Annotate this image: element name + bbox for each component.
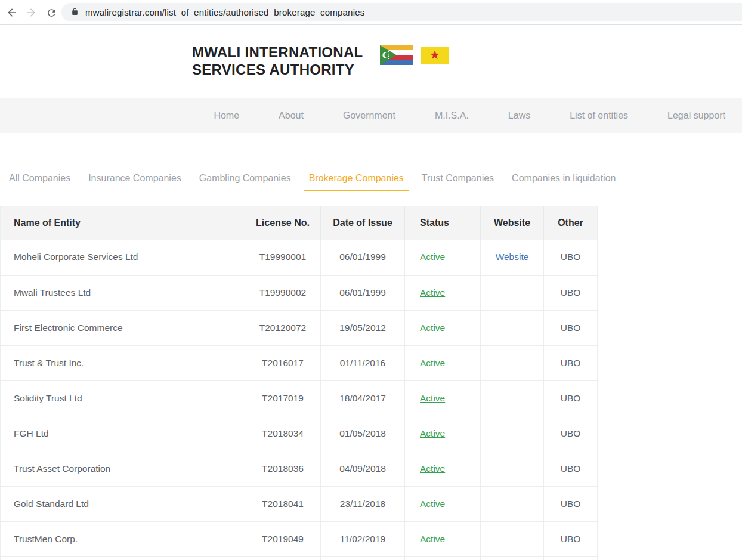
table-row: Moheli Corporate Services LtdT1999000106… <box>1 240 598 275</box>
entity-name: Trust & Trust Inc. <box>14 358 84 368</box>
entity-name: FGH Ltd <box>14 428 49 438</box>
nav-item-m-i-s-a[interactable]: M.I.S.A. <box>435 110 469 121</box>
mwali-flag <box>421 47 449 66</box>
forward-icon <box>25 7 37 18</box>
status-active-link[interactable]: Active <box>420 428 445 438</box>
main-nav: HomeAboutGovernmentM.I.S.A.LawsList of e… <box>0 98 742 133</box>
tab-brokerage-companies[interactable]: Brokerage Companies <box>300 173 413 184</box>
website-cell <box>481 521 544 556</box>
website-link[interactable]: Website <box>496 252 529 262</box>
website-cell <box>481 416 544 451</box>
entity-name: Trust Asset Corporation <box>14 463 110 474</box>
website-cell <box>481 380 544 416</box>
table-row: Trust Asset CorporationT201803604/09/201… <box>1 451 598 486</box>
tab-gambling-companies[interactable]: Gambling Companies <box>190 173 300 184</box>
back-icon <box>6 7 18 18</box>
page-title: MWALI INTERNATIONAL SERVICES AUTHORITY <box>192 44 363 78</box>
issue-date: 06/01/1999 <box>339 287 386 298</box>
browser-toolbar: mwaliregistrar.com/list_of_entities/auth… <box>0 0 742 25</box>
nav-item-legal-support[interactable]: Legal support <box>667 110 725 121</box>
website-cell <box>481 310 544 345</box>
other-ubo: UBO <box>561 287 581 298</box>
other-ubo: UBO <box>561 358 581 368</box>
status-active-link[interactable]: Active <box>420 358 445 368</box>
address-bar[interactable]: mwaliregistrar.com/list_of_entities/auth… <box>61 3 742 21</box>
reload-icon <box>46 7 57 18</box>
column-header-website: Website <box>481 206 544 240</box>
nav-item-home[interactable]: Home <box>214 110 239 121</box>
website-cell <box>481 275 544 310</box>
tab-insurance-companies[interactable]: Insurance Companies <box>79 173 190 184</box>
license-number: T19990002 <box>259 287 306 298</box>
status-active-link[interactable]: Active <box>420 323 445 333</box>
issue-date: 23/11/2018 <box>340 499 385 509</box>
forward-button[interactable] <box>24 6 38 19</box>
website-cell <box>481 345 544 380</box>
tab-all-companies[interactable]: All Companies <box>0 173 79 184</box>
license-number: T2018034 <box>262 428 304 438</box>
status-active-link[interactable]: Active <box>420 287 445 298</box>
other-ubo: UBO <box>561 534 581 544</box>
nav-item-about[interactable]: About <box>279 110 304 121</box>
status-active-link[interactable]: Active <box>420 499 445 509</box>
browser-window: mwaliregistrar.com/list_of_entities/auth… <box>0 0 742 560</box>
license-number: T2016017 <box>262 358 304 368</box>
column-header-license-no: License No. <box>245 206 321 240</box>
nav-item-list-of-entities[interactable]: List of entities <box>570 110 628 121</box>
status-active-link[interactable]: Active <box>420 534 445 544</box>
nav-item-government[interactable]: Government <box>343 110 395 121</box>
column-header-date-of-issue: Date of Issue <box>321 206 405 240</box>
issue-date: 18/04/2017 <box>339 393 386 403</box>
entity-name: Solidity Trust Ltd <box>14 393 82 403</box>
website-cell <box>481 451 544 486</box>
other-ubo: UBO <box>561 252 581 262</box>
issue-date: 06/01/1999 <box>339 252 386 262</box>
column-header-status: Status <box>405 206 481 240</box>
entities-table: Name of EntityLicense No.Date of IssueSt… <box>0 206 598 560</box>
issue-date: 19/05/2012 <box>339 323 386 333</box>
issue-date: 01/11/2016 <box>340 358 385 368</box>
page-title-line1: MWALI INTERNATIONAL <box>192 44 363 61</box>
license-number: T19990001 <box>259 252 306 262</box>
lock-icon <box>71 7 79 18</box>
table-row: Mwali Trustees LtdT1999000206/01/1999Act… <box>1 275 598 310</box>
website-cell <box>481 486 544 521</box>
comoros-flag <box>380 45 413 67</box>
table-row: FGH LtdT201803401/05/2018ActiveUBO <box>1 416 598 451</box>
tab-trust-companies[interactable]: Trust Companies <box>413 173 503 184</box>
issue-date: 01/05/2018 <box>339 428 386 438</box>
status-active-link[interactable]: Active <box>420 463 445 474</box>
other-ubo: UBO <box>561 393 581 403</box>
entity-name: TrustMen Corp. <box>14 534 78 544</box>
table-row: TrustMen Corp.T201904911/02/2019ActiveUB… <box>1 521 598 556</box>
issue-date: 04/09/2018 <box>339 463 386 474</box>
issue-date: 11/02/2019 <box>340 534 385 544</box>
status-active-link[interactable]: Active <box>420 252 445 262</box>
back-button[interactable] <box>5 6 18 19</box>
other-ubo: UBO <box>561 463 581 474</box>
entity-name: Mwali Trustees Ltd <box>14 287 91 298</box>
website-cell <box>481 556 544 560</box>
column-header-name-of-entity: Name of Entity <box>1 206 245 240</box>
other-ubo: UBO <box>561 499 581 509</box>
license-number: T2018041 <box>262 499 304 509</box>
entity-name: Gold Standard Ltd <box>14 499 89 509</box>
table-row: Gold Standard LtdT201804123/11/2018Activ… <box>1 486 598 521</box>
license-number: T2018036 <box>262 463 304 474</box>
table-header-row: Name of EntityLicense No.Date of IssueSt… <box>1 206 598 240</box>
table-row: Trust & Trust Inc.T201601701/11/2016Acti… <box>1 345 598 380</box>
page-title-line2: SERVICES AUTHORITY <box>192 61 363 78</box>
license-number: T20120072 <box>259 323 306 333</box>
license-number: T2019049 <box>262 534 304 544</box>
reload-button[interactable] <box>45 6 58 19</box>
tab-companies-in-liquidation[interactable]: Companies in liquidation <box>503 173 624 184</box>
entity-name: Moheli Corporate Services Ltd <box>14 252 138 262</box>
status-active-link[interactable]: Active <box>420 393 445 403</box>
license-number: T2017019 <box>262 393 304 403</box>
nav-item-laws[interactable]: Laws <box>508 110 530 121</box>
url-text: mwaliregistrar.com/list_of_entities/auth… <box>85 7 364 17</box>
table-row <box>1 556 598 560</box>
other-ubo: UBO <box>561 428 581 438</box>
entity-name: First Electronic Commerce <box>14 323 123 333</box>
other-ubo: UBO <box>561 323 581 333</box>
